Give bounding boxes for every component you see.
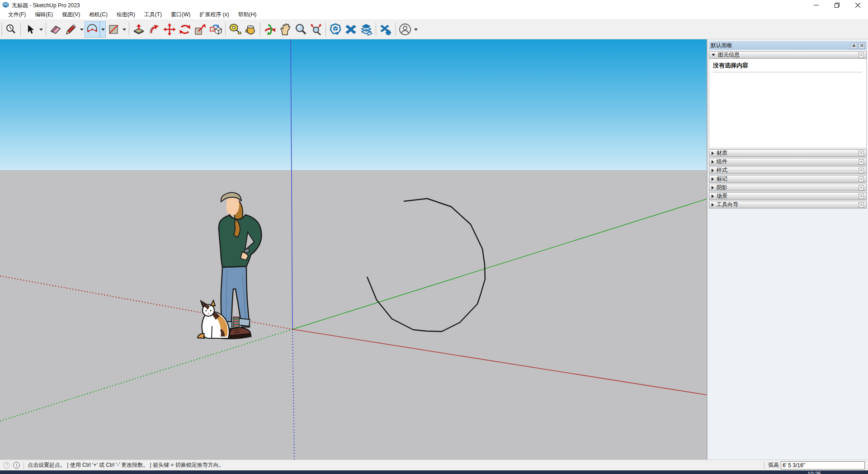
- default-tray-panel: 默认面板 图元信息 × 没有选择内容: [707, 39, 868, 460]
- eraser-icon: [50, 24, 61, 35]
- section-tags-header[interactable]: 标记 ×: [709, 175, 867, 183]
- expand-triangle-icon: [712, 169, 714, 172]
- make-component-icon: [209, 23, 222, 36]
- minimize-button[interactable]: [806, 0, 826, 10]
- rectangle-shape-icon: [108, 24, 119, 35]
- pan-tool-button[interactable]: [278, 21, 293, 38]
- entity-info-body: 没有选择内容: [709, 59, 867, 148]
- share-component-button[interactable]: [359, 21, 374, 38]
- collapse-triangle-icon: [712, 54, 715, 56]
- measurement-input[interactable]: [781, 461, 865, 469]
- tray-title-bar[interactable]: 默认面板: [709, 41, 867, 50]
- striped-sock: [233, 317, 239, 328]
- orbit-tool-button[interactable]: [262, 21, 278, 38]
- paint-bucket-button[interactable]: [243, 21, 258, 38]
- tray-close-button[interactable]: [859, 43, 865, 49]
- section-close-button[interactable]: ×: [859, 176, 864, 182]
- extension-warehouse-button[interactable]: [378, 21, 393, 38]
- select-tool-dropdown[interactable]: [38, 21, 44, 38]
- zoom-extents-button[interactable]: [308, 21, 324, 38]
- scale-tool-button[interactable]: [193, 21, 208, 38]
- minimize-icon: [814, 3, 819, 8]
- toolbar-separator: [260, 23, 260, 36]
- eraser-tool-button[interactable]: [48, 21, 63, 38]
- search-button[interactable]: [3, 21, 19, 38]
- push-pull-tool-button[interactable]: [131, 21, 146, 38]
- sketchup-window: 无标题 - SketchUp Pro 2023 文件(F) 编辑(E) 视: [0, 0, 868, 474]
- section-scenes-header[interactable]: 场景 ×: [709, 192, 867, 200]
- expand-triangle-icon: [712, 203, 714, 207]
- select-tool-button[interactable]: [23, 21, 38, 38]
- section-close-button[interactable]: ×: [859, 151, 864, 156]
- section-close-button[interactable]: ×: [859, 52, 864, 58]
- orbit-icon: [264, 23, 276, 36]
- status-hint-text: 点击设置起点。 | 使用 Ctrl '+' 或 Ctrl '-' 更改段数。 |…: [28, 461, 224, 469]
- section-close-button[interactable]: ×: [859, 159, 864, 165]
- scale-figure[interactable]: [219, 193, 262, 339]
- info-button[interactable]: i: [13, 462, 20, 469]
- account-dropdown[interactable]: [413, 21, 419, 38]
- section-close-button[interactable]: ×: [859, 194, 864, 199]
- menu-edit[interactable]: 编辑(E): [30, 9, 57, 20]
- rectangle-tool-dropdown[interactable]: [121, 21, 127, 38]
- line-tool-dropdown[interactable]: [79, 21, 85, 38]
- expand-triangle-icon: [712, 177, 714, 181]
- drawn-arc-polyline[interactable]: [367, 199, 485, 332]
- menu-extensions[interactable]: 扩展程序 (x): [195, 9, 233, 20]
- expand-triangle-icon: [712, 160, 714, 164]
- tray-title: 默认面板: [711, 42, 732, 49]
- expand-triangle-icon: [712, 194, 714, 198]
- section-entity-info-header[interactable]: 图元信息 ×: [709, 51, 867, 59]
- section-close-button[interactable]: ×: [859, 202, 864, 208]
- close-icon: [855, 3, 860, 8]
- section-label: 样式: [717, 166, 727, 174]
- expand-triangle-icon: [712, 152, 714, 155]
- line-tool-button[interactable]: [63, 21, 79, 38]
- section-styles-header[interactable]: 样式 ×: [709, 166, 867, 174]
- chevron-down-icon: [123, 28, 126, 31]
- chevron-down-icon: [39, 28, 43, 31]
- make-component-button[interactable]: [208, 21, 223, 38]
- geolocation-help-button[interactable]: ?: [3, 462, 10, 469]
- zoom-extents-icon: [310, 23, 322, 36]
- trimble-connect-button[interactable]: [343, 21, 359, 38]
- section-shadows-header[interactable]: 阴影 ×: [709, 184, 867, 191]
- menu-camera[interactable]: 相机(C): [85, 9, 112, 20]
- select-arrow-icon: [25, 24, 36, 35]
- toolbar-separator: [376, 23, 376, 36]
- close-icon: [860, 44, 863, 47]
- section-close-button[interactable]: ×: [859, 185, 864, 190]
- section-components-header[interactable]: 组件 ×: [709, 158, 867, 166]
- account-button[interactable]: [397, 21, 413, 38]
- menu-tools[interactable]: 工具(T): [140, 9, 166, 20]
- tape-measure-button[interactable]: [227, 21, 243, 38]
- toolbar-separator: [225, 23, 226, 36]
- follow-me-icon: [148, 23, 160, 36]
- section-materials-header[interactable]: 材质 ×: [709, 149, 867, 157]
- menu-view[interactable]: 视图(V): [57, 9, 85, 20]
- section-close-button[interactable]: ×: [859, 168, 864, 173]
- arc-tool-dropdown[interactable]: [100, 21, 106, 38]
- section-instructor-header[interactable]: 工具向导 ×: [709, 201, 867, 209]
- 3d-warehouse-button[interactable]: [328, 21, 343, 38]
- account-icon: [399, 23, 411, 36]
- restore-button[interactable]: [826, 0, 847, 10]
- move-tool-button[interactable]: [162, 21, 177, 38]
- window-title: 无标题 - SketchUp Pro 2023: [12, 2, 80, 9]
- follow-me-tool-button[interactable]: [146, 21, 162, 38]
- zoom-tool-button[interactable]: [293, 21, 308, 38]
- tray-pin-button[interactable]: [851, 43, 857, 49]
- window-controls: [806, 0, 868, 10]
- close-button[interactable]: [847, 0, 868, 10]
- menu-help[interactable]: 帮助(H): [234, 9, 261, 20]
- menu-window[interactable]: 窗口(W): [166, 9, 195, 20]
- menu-draw[interactable]: 绘图(R): [112, 9, 140, 20]
- section-label: 场景: [717, 192, 727, 200]
- status-bar: ? i 点击设置起点。 | 使用 Ctrl '+' 或 Ctrl '-' 更改段…: [0, 460, 868, 470]
- statusbar-separator: [24, 462, 24, 469]
- arc-tool-button[interactable]: [85, 21, 100, 38]
- modeling-viewport[interactable]: [0, 39, 707, 460]
- rectangle-tool-button[interactable]: [106, 21, 121, 38]
- rotate-tool-button[interactable]: [177, 21, 193, 38]
- menu-file[interactable]: 文件(F): [4, 9, 30, 20]
